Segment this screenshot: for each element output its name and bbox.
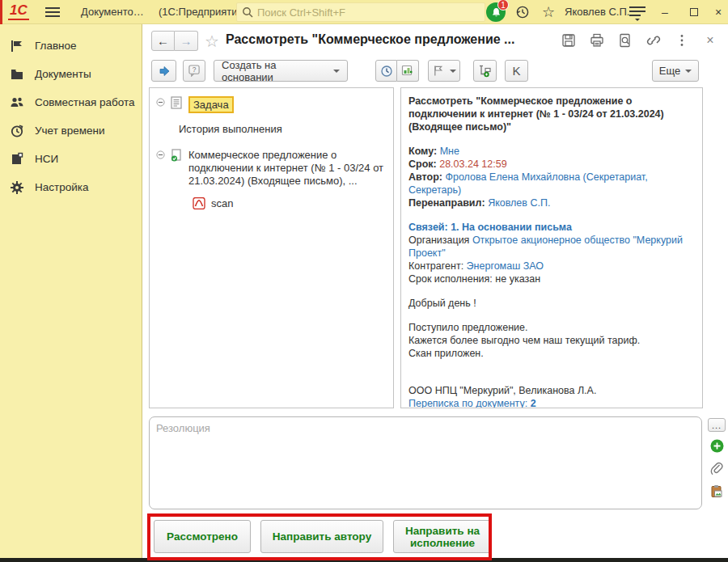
more-button[interactable]: Еще: [652, 60, 699, 82]
timer-icon: [10, 124, 24, 138]
sidebar-item-settings[interactable]: Настройка: [0, 173, 142, 201]
1c-logo: 1С: [8, 2, 29, 20]
global-search[interactable]: [236, 2, 485, 22]
print-icon[interactable]: [589, 32, 605, 49]
tree-node-document[interactable]: Коммерческое предложение о подключении к…: [154, 149, 388, 188]
due-date: 28.03.24 12:59: [439, 158, 506, 170]
task-subject: Рассмотреть "Коммерческое предложение о …: [408, 95, 695, 133]
blue-arrow-icon: [158, 65, 171, 78]
process-add-icon: [401, 65, 414, 78]
chevron-down-icon: [685, 70, 692, 76]
close-window-button[interactable]: ×: [710, 4, 726, 20]
clock-icon: [380, 65, 393, 78]
maximize-button[interactable]: [686, 4, 702, 20]
search-icon: [242, 6, 253, 18]
send-to-execution-button[interactable]: Направить на исполнение: [393, 520, 492, 553]
author-link[interactable]: Фролова Елена Михайловна (Секретариат, С…: [408, 171, 648, 196]
execute-task-button[interactable]: [151, 60, 176, 82]
minimize-button[interactable]: –: [657, 4, 673, 20]
back-button[interactable]: ←: [151, 31, 175, 51]
window-bottom-edge: [0, 558, 728, 562]
notification-count-badge: 1: [497, 0, 509, 11]
sections-panel: Главное Документы Совместная работа Учет…: [0, 24, 142, 558]
toolbar-group: [375, 60, 419, 82]
question-icon: ?: [188, 65, 201, 77]
tree-node-task[interactable]: Задача: [154, 96, 388, 113]
window-accent: [0, 0, 2, 24]
task-icon: [170, 96, 183, 109]
collapse-icon[interactable]: [156, 150, 165, 159]
attachment-name[interactable]: scan: [211, 197, 233, 210]
app-subtitle: (1С:Предприятие): [159, 6, 247, 18]
page-title: Рассмотреть "Коммерческое предложение ..…: [226, 32, 578, 47]
execution-term: не указан: [495, 273, 540, 285]
sidebar-item-time-tracking[interactable]: Учет времени: [0, 116, 142, 145]
search-input[interactable]: [257, 6, 480, 19]
help-button[interactable]: ?: [183, 60, 205, 82]
tree-node-task-label[interactable]: Задача: [188, 96, 234, 113]
sidebar-item-nsi[interactable]: НСИ: [0, 145, 142, 173]
tree-node-document-label[interactable]: Коммерческое предложение о подключении к…: [188, 149, 385, 188]
service-menu-icon[interactable]: [629, 6, 645, 19]
more-actions-icon[interactable]: [674, 32, 690, 49]
save-icon[interactable]: [561, 32, 577, 49]
main-menu-icon[interactable]: [45, 7, 60, 17]
flag-outline-icon: [433, 65, 445, 77]
action-buttons: Рассмотрено Направить автору Направить н…: [154, 520, 492, 553]
get-link-icon[interactable]: [645, 32, 662, 49]
reviewed-button[interactable]: Рассмотрено: [154, 520, 251, 553]
form-toolbar: ? Создать на основании K Еще: [143, 60, 728, 82]
attach-icon[interactable]: [709, 461, 724, 475]
create-based-on-button[interactable]: Создать на основании: [214, 60, 348, 82]
forward-button[interactable]: →: [175, 31, 198, 51]
redirected-by-link[interactable]: Яковлев С.П.: [488, 197, 550, 209]
contractor-link[interactable]: Энергомаш ЗАО: [467, 260, 544, 272]
add-icon[interactable]: [709, 438, 724, 453]
incoming-letter-icon: [170, 149, 183, 162]
chevron-down-icon: [333, 70, 340, 76]
task-tree: Задача История выполнения Коммерческое п…: [149, 87, 394, 408]
preview-icon[interactable]: [617, 32, 633, 49]
close-form-icon[interactable]: ×: [702, 32, 718, 49]
signature-line: ООО НПЦ "Меркурий", Великанова Л.А.: [408, 384, 695, 397]
links-header-link[interactable]: Связей: 1. На основании письма: [408, 221, 695, 234]
sidebar-item-collaboration[interactable]: Совместная работа: [0, 88, 142, 116]
flag-icon: [10, 39, 24, 53]
tree-node-history[interactable]: История выполнения: [179, 123, 388, 136]
reference-icon: [10, 152, 24, 167]
sidebar-item-main[interactable]: Главное: [0, 32, 142, 60]
k-button[interactable]: K: [505, 60, 528, 82]
sidebar-item-documents[interactable]: Документы: [0, 60, 142, 88]
create-subtask-button[interactable]: [473, 60, 497, 82]
paste-icon[interactable]: [709, 484, 724, 498]
tree-node-attachment[interactable]: scan: [193, 197, 388, 210]
correspondence-count[interactable]: 2: [531, 398, 536, 408]
svg-text:?: ?: [192, 65, 196, 74]
flag-button[interactable]: [428, 60, 460, 82]
app-title: Документо…: [81, 6, 144, 18]
folder-icon: [10, 67, 24, 82]
send-to-author-button[interactable]: Направить автору: [260, 520, 383, 553]
subtask-add-icon: [479, 65, 492, 78]
add-to-favorites-icon[interactable]: ☆: [205, 32, 219, 51]
favorites-icon[interactable]: ☆: [540, 4, 557, 20]
message-body: Поступило предложение. Кажется более выг…: [408, 321, 695, 360]
notifications-button[interactable]: 1: [486, 2, 506, 22]
chevron-down-icon: [450, 70, 456, 76]
current-user[interactable]: Яковлев С.П.: [565, 6, 629, 18]
resolution-input[interactable]: [149, 416, 702, 509]
history-icon[interactable]: [514, 4, 531, 20]
navigation-buttons: ← →: [151, 31, 198, 51]
add-process-button[interactable]: [397, 60, 419, 82]
pdf-icon: [193, 197, 205, 209]
greeting-line: Добрый день !: [408, 297, 695, 310]
task-form: ← → ☆ Рассмотреть "Коммерческое предложе…: [143, 24, 728, 558]
deadline-clock-button[interactable]: [375, 60, 397, 82]
correspondence-link[interactable]: Переписка по документу:: [408, 398, 527, 408]
to-link[interactable]: Мне: [440, 146, 459, 157]
people-icon: [10, 95, 24, 110]
task-details: Рассмотреть "Коммерческое предложение о …: [400, 87, 703, 408]
collapse-icon[interactable]: [156, 98, 165, 107]
resolution-more-button[interactable]: ...: [708, 418, 726, 432]
title-bar: 1С Документо… (1С:Предприятие) 1 ☆ Яковл…: [0, 0, 728, 24]
